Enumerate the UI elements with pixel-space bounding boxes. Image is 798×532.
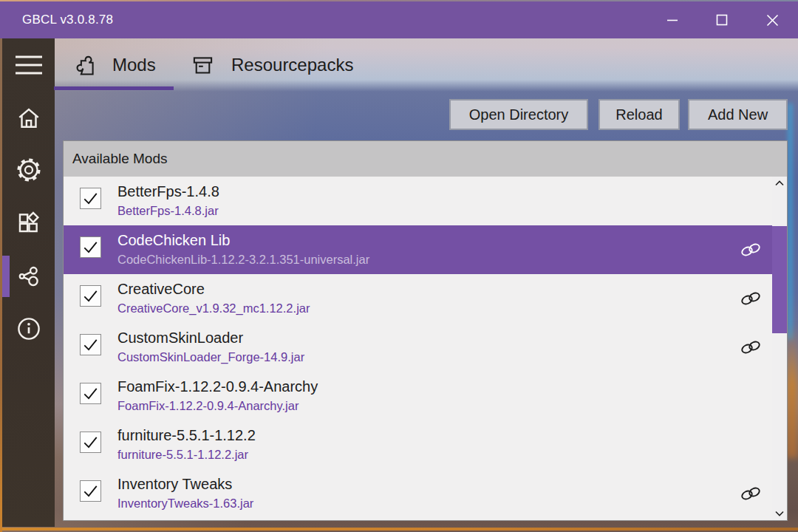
mod-name: CodeChicken Lib xyxy=(117,232,230,249)
gear-icon xyxy=(16,157,42,183)
window-title: GBCL v3.0.8.78 xyxy=(22,13,113,27)
tab-resourcepacks-label: Resourcepacks xyxy=(231,55,353,75)
checkmark-icon xyxy=(82,239,99,256)
grid-diamond-icon xyxy=(16,210,41,235)
app-window: GBCL v3.0.8.78 xyxy=(0,0,798,532)
minimize-icon xyxy=(666,14,678,26)
link-icon xyxy=(738,337,763,358)
scroll-up-button[interactable] xyxy=(772,177,787,190)
mod-row[interactable]: CreativeCore CreativeCore_v1.9.32_mc1.12… xyxy=(64,274,787,323)
background-streak xyxy=(788,103,792,340)
sidebar-menu-button[interactable] xyxy=(2,44,55,86)
close-button[interactable] xyxy=(755,1,789,38)
mod-file-link[interactable]: BetterFps-1.4.8.jar xyxy=(117,204,219,218)
mod-name: CustomSkinLoader xyxy=(117,330,243,347)
tab-resourcepacks[interactable]: Resourcepacks xyxy=(191,44,353,86)
sidebar-active-indicator xyxy=(2,256,10,297)
mod-row-selected[interactable]: CodeChicken Lib CodeChickenLib-1.12.2-3.… xyxy=(64,225,787,274)
active-tab-underline xyxy=(54,86,174,90)
mod-row[interactable]: FoamFix-1.12.2-0.9.4-Anarchy FoamFix-1.1… xyxy=(64,372,787,420)
mod-checkbox[interactable] xyxy=(80,334,101,355)
mod-name: Inventory Tweaks xyxy=(117,476,232,493)
sidebar xyxy=(2,38,55,527)
puzzle-icon xyxy=(73,54,96,77)
sidebar-item-home[interactable] xyxy=(2,98,55,139)
mod-name: BetterFps-1.4.8 xyxy=(117,183,219,200)
mod-file-link[interactable]: CustomSkinLoader_Forge-14.9.jar xyxy=(117,350,304,364)
archive-box-icon xyxy=(191,54,215,77)
open-directory-button[interactable]: Open Directory xyxy=(449,99,588,130)
tab-mods[interactable]: Mods xyxy=(73,44,156,86)
sidebar-item-settings[interactable] xyxy=(2,149,55,191)
sidebar-item-mods-active[interactable] xyxy=(2,256,55,297)
mod-row[interactable]: BetterFps-1.4.8 BetterFps-1.4.8.jar xyxy=(64,177,787,225)
chevron-down-icon xyxy=(775,511,784,516)
mod-name: furniture-5.5.1-1.12.2 xyxy=(117,427,256,444)
tab-mods-label: Mods xyxy=(112,55,156,75)
link-icon xyxy=(738,239,763,260)
scrollbar-thumb[interactable] xyxy=(772,226,787,333)
info-icon xyxy=(16,316,41,341)
checkmark-icon xyxy=(82,190,99,207)
title-bar: GBCL v3.0.8.78 xyxy=(0,1,798,38)
mod-row[interactable]: CustomSkinLoader CustomSkinLoader_Forge-… xyxy=(64,323,787,372)
mod-file-link[interactable]: FoamFix-1.12.2-0.9.4-Anarchy.jar xyxy=(117,399,299,413)
mod-file-link[interactable]: CodeChickenLib-1.12.2-3.2.1.351-universa… xyxy=(117,253,369,267)
share-nodes-icon xyxy=(16,263,42,290)
sidebar-item-apps[interactable] xyxy=(2,202,55,243)
mod-row[interactable]: Inventory Tweaks InventoryTweaks-1.63.ja… xyxy=(64,469,787,518)
mod-file-link[interactable]: furniture-5.5.1-1.12.2.jar xyxy=(117,448,248,462)
link-icon xyxy=(738,288,763,309)
close-icon xyxy=(766,14,779,27)
reload-button[interactable]: Reload xyxy=(598,99,680,130)
maximize-icon xyxy=(716,14,728,26)
chevron-up-icon xyxy=(775,180,784,186)
checkmark-icon xyxy=(82,434,99,451)
checkmark-icon xyxy=(82,336,99,353)
mods-panel-header: Available Mods xyxy=(64,141,787,177)
mod-row[interactable]: furniture-5.5.1-1.12.2 furniture-5.5.1-1… xyxy=(64,420,787,469)
maximize-button[interactable] xyxy=(705,1,739,38)
mod-file-link[interactable]: InventoryTweaks-1.63.jar xyxy=(117,497,253,511)
hamburger-icon xyxy=(15,54,43,76)
mod-file-link[interactable]: CreativeCore_v1.9.32_mc1.12.2.jar xyxy=(117,301,310,316)
mod-checkbox[interactable] xyxy=(80,432,101,453)
mod-checkbox[interactable] xyxy=(80,285,101,307)
mod-name: CreativeCore xyxy=(117,281,205,298)
mod-checkbox[interactable] xyxy=(80,480,101,502)
mods-panel: Available Mods BetterFps-1.4.8 BetterFps… xyxy=(63,140,788,521)
background-streak-bottom xyxy=(0,528,798,531)
checkmark-icon xyxy=(82,385,99,402)
home-icon xyxy=(16,106,41,131)
checkmark-icon xyxy=(82,482,99,499)
minimize-button[interactable] xyxy=(655,1,689,38)
sidebar-item-about[interactable] xyxy=(2,308,55,349)
mods-list: BetterFps-1.4.8 BetterFps-1.4.8.jar Code… xyxy=(64,177,787,520)
mod-checkbox[interactable] xyxy=(80,236,101,258)
add-new-button[interactable]: Add New xyxy=(688,99,788,130)
mod-checkbox[interactable] xyxy=(80,383,101,404)
background-glow xyxy=(786,325,798,458)
link-icon xyxy=(738,483,763,504)
mods-panel-header-label: Available Mods xyxy=(72,151,168,167)
scrollbar[interactable] xyxy=(772,177,787,520)
checkmark-icon xyxy=(82,287,99,304)
mod-name: FoamFix-1.12.2-0.9.4-Anarchy xyxy=(117,378,318,395)
mod-checkbox[interactable] xyxy=(80,188,101,209)
scroll-down-button[interactable] xyxy=(772,507,787,520)
